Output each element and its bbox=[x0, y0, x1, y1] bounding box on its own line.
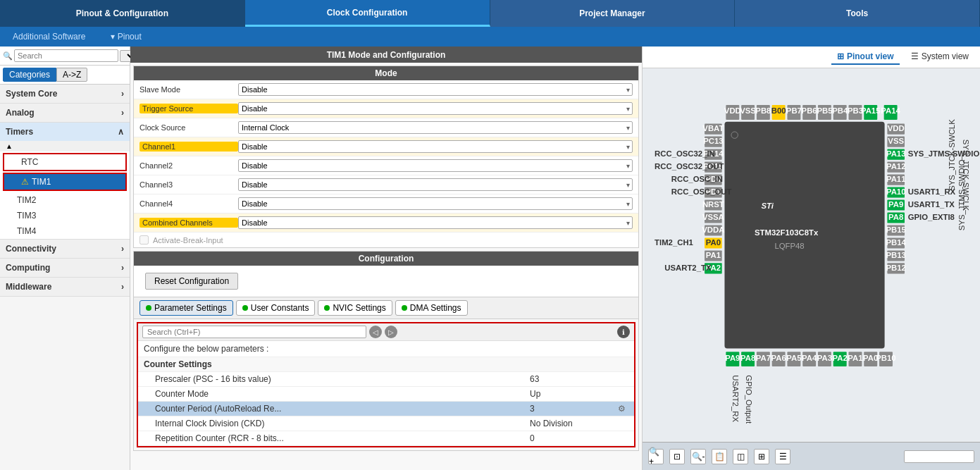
clock-source-select[interactable]: Internal Clock bbox=[238, 121, 633, 134]
sidebar-group-connectivity: Connectivity › bbox=[0, 240, 130, 259]
sidebar-item-tim4[interactable]: TIM4 bbox=[0, 223, 130, 239]
sidebar-group-header-timers[interactable]: Timers ∧ bbox=[0, 123, 130, 141]
mode-section-title: Mode bbox=[134, 66, 638, 80]
trigger-source-select-wrapper: Disable ▾ bbox=[238, 102, 633, 115]
fit-view-icon[interactable]: ⊡ bbox=[669, 449, 685, 464]
svg-text:PA11: PA11 bbox=[886, 175, 906, 183]
params-row-prescaler[interactable]: Prescaler (PSC - 16 bits value) 63 bbox=[138, 372, 634, 387]
svg-text:PA3: PA3 bbox=[817, 354, 832, 362]
tab-project-manager[interactable]: Project Manager bbox=[490, 0, 736, 27]
sub-nav: Additional Software ▾ Pinout bbox=[0, 27, 980, 47]
sidebar-content: System Core › Analog › Timers ∧ bbox=[0, 85, 130, 470]
params-row-counter-period[interactable]: Counter Period (AutoReload Re... 3 ⚙ bbox=[138, 402, 634, 416]
sidebar-group-header-computing[interactable]: Computing › bbox=[0, 259, 130, 277]
export-icon[interactable]: 📋 bbox=[712, 449, 727, 464]
slave-mode-label: Slave Mode bbox=[139, 85, 238, 94]
sidebar-search-row: 🔍 ⚙ bbox=[0, 47, 130, 66]
field-channel4: Channel4 Disable ▾ bbox=[134, 194, 638, 214]
chevron-down-icon: ∧ bbox=[118, 127, 124, 137]
sidebar-tab-az[interactable]: A->Z bbox=[56, 68, 87, 82]
tab-parameter-settings[interactable]: Parameter Settings bbox=[139, 300, 233, 316]
trigger-source-select[interactable]: Disable bbox=[238, 102, 633, 115]
tab-clock-config[interactable]: Clock Configuration bbox=[245, 0, 490, 27]
zoom-in-icon[interactable]: 🔍+ bbox=[648, 449, 664, 464]
svg-text:STM32F103C8Tx: STM32F103C8Tx bbox=[755, 228, 819, 237]
field-trigger-source: Trigger Source Disable ▾ bbox=[134, 99, 638, 118]
svg-text:PB8: PB8 bbox=[755, 106, 771, 115]
tab-system-view[interactable]: ☰ System view bbox=[905, 49, 974, 65]
field-channel3: Channel3 Disable ▾ bbox=[134, 175, 638, 194]
activate-break-checkbox[interactable] bbox=[139, 235, 149, 245]
sidebar-group-header-connectivity[interactable]: Connectivity › bbox=[0, 240, 130, 258]
top-nav: Pinout & Configuration Clock Configurati… bbox=[0, 0, 980, 27]
svg-text:USART2_TX: USART2_TX bbox=[664, 264, 712, 272]
tab-pinout-view[interactable]: ⊞ Pinout view bbox=[831, 49, 900, 65]
search-input[interactable] bbox=[14, 49, 118, 62]
sidebar-tabs: Categories A->Z bbox=[0, 66, 130, 85]
params-search-input[interactable] bbox=[142, 326, 366, 338]
activate-break-label: Activate-Break-Input bbox=[153, 236, 223, 245]
sidebar-item-tim1[interactable]: ⚠ TIM1 bbox=[3, 173, 127, 191]
channel2-select[interactable]: Disable bbox=[238, 159, 633, 172]
svg-text:PA5: PA5 bbox=[786, 354, 801, 362]
sub-nav-software[interactable]: Additional Software bbox=[7, 29, 91, 44]
info-icon[interactable]: ℹ bbox=[617, 326, 630, 338]
list-view-icon[interactable]: ☰ bbox=[775, 449, 790, 464]
sidebar-group-header-analog[interactable]: Analog › bbox=[0, 104, 130, 122]
tab-user-constants[interactable]: User Constants bbox=[236, 300, 316, 316]
sidebar-group-computing: Computing › bbox=[0, 259, 130, 278]
combined-channels-select-wrapper: Disable ▾ bbox=[238, 216, 633, 229]
sidebar-item-tim2[interactable]: TIM2 bbox=[0, 192, 130, 208]
svg-text:PB12: PB12 bbox=[886, 264, 906, 272]
sidebar-item-rtc[interactable]: RTC bbox=[3, 153, 127, 171]
field-combined-channels: Combined Channels Disable ▾ bbox=[134, 214, 638, 233]
tab-tools[interactable]: Tools bbox=[735, 0, 980, 27]
params-row-counter-mode[interactable]: Counter Mode Up bbox=[138, 387, 634, 402]
config-section: Configuration Reset Configuration Parame… bbox=[133, 251, 639, 451]
svg-text:GPIO_EXTI8: GPIO_EXTI8 bbox=[908, 213, 955, 221]
svg-text:PB7: PB7 bbox=[786, 106, 802, 115]
sidebar-group-header-middleware[interactable]: Middleware › bbox=[0, 278, 130, 296]
zoom-out-icon[interactable]: 🔍- bbox=[690, 449, 706, 464]
sub-nav-pinout[interactable]: ▾ Pinout bbox=[105, 29, 147, 44]
trigger-source-label: Trigger Source bbox=[139, 104, 238, 113]
svg-text:PA13: PA13 bbox=[886, 149, 906, 158]
field-channel1: Channel1 Disable ▾ bbox=[134, 137, 638, 156]
layout-icon[interactable]: ◫ bbox=[733, 449, 748, 464]
chip-bottom-bar: 🔍+ ⊡ 🔍- 📋 ◫ ⊞ ☰ bbox=[643, 442, 980, 470]
sidebar-item-tim3[interactable]: TIM3 bbox=[0, 208, 130, 223]
svg-text:PA9: PA9 bbox=[888, 200, 903, 209]
right-panel: ⊞ Pinout view ☰ System view SYS_JTCK-SWC… bbox=[642, 47, 980, 470]
chip-search-input[interactable] bbox=[904, 450, 974, 463]
params-section: ◁ ▷ ℹ Configure the below parameters : C… bbox=[137, 322, 635, 447]
params-toolbar: ◁ ▷ ℹ bbox=[138, 323, 634, 341]
channel3-select[interactable]: Disable bbox=[238, 178, 633, 191]
slave-mode-select[interactable]: Disable bbox=[238, 83, 633, 96]
list-icon: ☰ bbox=[911, 51, 919, 61]
svg-text:RCC_OSC32_IN: RCC_OSC32_IN bbox=[655, 149, 715, 158]
combined-channels-select[interactable]: Disable bbox=[238, 216, 633, 229]
svg-text:PA15: PA15 bbox=[861, 106, 881, 115]
svg-text:TIM2_CH1: TIM2_CH1 bbox=[655, 238, 693, 247]
next-icon[interactable]: ▷ bbox=[385, 326, 397, 338]
gear-action-icon[interactable]: ⚙ bbox=[614, 404, 628, 414]
chip-diagram: SYS_JTCK-SWCLK SYS_JTMS-SWDIO STi STM32F… bbox=[643, 68, 980, 442]
svg-text:PA8: PA8 bbox=[888, 213, 903, 221]
params-row-repetition[interactable]: Repetition Counter (RCR - 8 bits... 0 bbox=[138, 431, 634, 446]
tab-pinout-config[interactable]: Pinout & Configuration bbox=[0, 0, 245, 27]
sidebar-tab-categories[interactable]: Categories bbox=[3, 68, 56, 82]
sidebar-group-header-systemcore[interactable]: System Core › bbox=[0, 85, 130, 103]
tab-nvic-settings[interactable]: NVIC Settings bbox=[318, 300, 392, 316]
center-scroll[interactable]: Mode Slave Mode Disable ▾ Trigger Source bbox=[130, 63, 642, 470]
channel1-select[interactable]: Disable bbox=[238, 140, 633, 153]
chevron-right-icon: › bbox=[121, 263, 124, 273]
tab-dma-settings[interactable]: DMA Settings bbox=[395, 300, 468, 316]
search-icon: 🔍 bbox=[3, 51, 13, 61]
reset-config-button[interactable]: Reset Configuration bbox=[145, 273, 238, 290]
svg-text:PB5: PB5 bbox=[817, 106, 832, 115]
grid-icon[interactable]: ⊞ bbox=[754, 449, 769, 464]
channel4-select[interactable]: Disable bbox=[238, 197, 633, 210]
collapse-icon[interactable]: ▲ bbox=[6, 142, 13, 150]
prev-icon[interactable]: ◁ bbox=[369, 326, 382, 338]
params-row-clock-division[interactable]: Internal Clock Division (CKD) No Divisio… bbox=[138, 416, 634, 431]
